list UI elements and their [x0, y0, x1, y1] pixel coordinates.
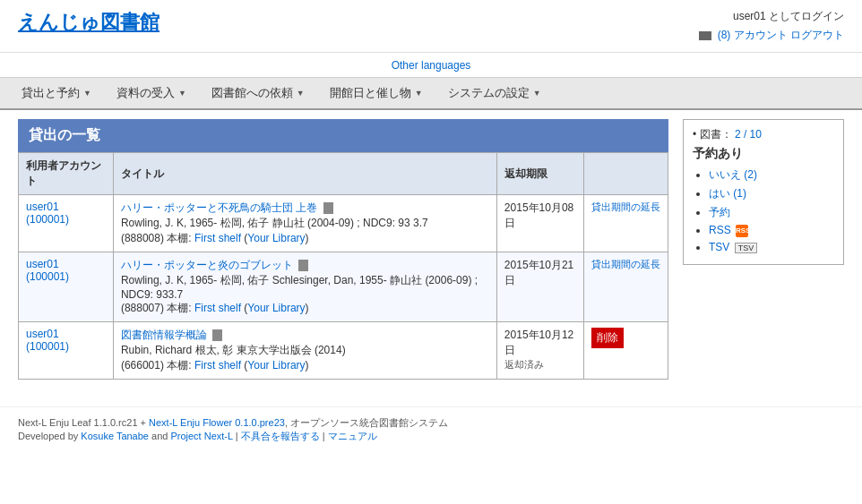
user-id-link-3[interactable]: (100001) [26, 340, 69, 353]
col-header-action [583, 153, 668, 195]
item-id-3: (666001) [121, 359, 164, 372]
nav-item-loans[interactable]: 貸出と予約 ▼ [9, 78, 104, 108]
cell-title-3: 図書館情報学概論 Rubin, Richard 根太, 彰 東京大学出版会 (2… [113, 322, 496, 380]
footer-link5[interactable]: マニュアル [328, 431, 377, 441]
logout-link[interactable]: ログアウト [790, 29, 844, 41]
page-header: えんじゅ図書館 user01 としてログイン (8) アカウント ログアウト [0, 0, 862, 53]
sidebar-title: 予約あり [693, 146, 834, 162]
user-id-link-2[interactable]: (100001) [26, 270, 69, 283]
title-link-1[interactable]: ハリー・ポッターと不死鳥の騎士団 上巻 [121, 201, 317, 214]
sidebar-item-yes[interactable]: はい (1) [709, 187, 746, 200]
other-languages-bar: Other languages [0, 58, 862, 72]
col-header-user: 利用者アカウント [19, 153, 114, 195]
library-link-2[interactable]: Your Library [247, 302, 305, 314]
cell-title-2: ハリー・ポッターと炎のゴブレット Rowling, J. K, 1965- 松岡… [113, 252, 496, 322]
user-link-1[interactable]: user01 [26, 201, 59, 213]
cell-due-3: 2015年10月12日 返却済み [496, 322, 583, 380]
list-item: いいえ (2) [709, 167, 834, 183]
due-date-2: 2015年10月21日 [504, 259, 573, 286]
main-area: 貸出の一覧 利用者アカウント タイトル 返却期限 user01 (100001) [0, 110, 862, 389]
footer-developed-by: Developed by [18, 431, 81, 441]
shelf-link-3[interactable]: First shelf [194, 359, 241, 372]
cell-user-1: user01 (100001) [19, 195, 114, 252]
footer: Next-L Enju Leaf 1.1.0.rc21 + Next-L Enj… [0, 406, 862, 452]
extend-button-2[interactable]: 貸出期間の延長 [591, 259, 660, 269]
nav-loans-label: 貸出と予約 [22, 85, 80, 101]
list-item: 予約 [709, 205, 834, 220]
footer-line2: Developed by Kosuke Tanabe and Project N… [18, 430, 844, 443]
nav-settings-arrow: ▼ [533, 89, 541, 98]
login-info: user01 としてログイン [699, 9, 844, 24]
library-link-1[interactable]: Your Library [247, 232, 305, 244]
book-icon-2 [298, 260, 308, 271]
list-item: はい (1) [709, 186, 834, 201]
shelf-link-1[interactable]: First shelf [194, 232, 241, 244]
inbox-link[interactable]: (8) [718, 29, 731, 41]
nav-acquisition-arrow: ▼ [178, 89, 186, 98]
sidebar-item-no[interactable]: いいえ (2) [709, 168, 757, 181]
list-item: RSS RSS [709, 224, 834, 237]
item-id-2: (888007) [121, 302, 164, 314]
book-count-value[interactable]: 2 / 10 [735, 128, 762, 141]
title-detail-2: Rowling, J. K, 1965- 松岡, 佑子 Schlesinger,… [121, 274, 478, 301]
nav-calendar-arrow: ▼ [415, 89, 423, 98]
navigation-bar: 貸出と予約 ▼ 資料の受入 ▼ 図書館への依頼 ▼ 開館日と催し物 ▼ システム… [0, 77, 862, 110]
title-link-2[interactable]: ハリー・ポッターと炎のゴブレット [121, 259, 293, 271]
cell-user-3: user01 (100001) [19, 322, 114, 380]
nav-acquisition-label: 資料の受入 [116, 85, 175, 101]
book-count-label: 図書： [700, 128, 732, 141]
cell-due-1: 2015年10月08日 [496, 195, 583, 252]
tsv-icon: TSV [735, 243, 758, 253]
book-count: • 図書： 2 / 10 [693, 127, 834, 142]
account-link[interactable]: アカウント [734, 29, 788, 41]
due-date-1: 2015年10月08日 [504, 201, 573, 229]
site-title[interactable]: えんじゅ図書館 [18, 9, 159, 36]
footer-link1[interactable]: Next-L Enju Flower 0.1.0.pre23 [149, 417, 285, 428]
table-row: user01 (100001) ハリー・ポッターと炎のゴブレット Rowling… [19, 252, 668, 322]
cell-due-2: 2015年10月21日 [496, 252, 583, 322]
shelf-link-2[interactable]: First shelf [194, 302, 241, 314]
nav-item-acquisition[interactable]: 資料の受入 ▼ [104, 78, 199, 108]
other-languages-link[interactable]: Other languages [392, 59, 471, 72]
list-item: TSV TSV [709, 241, 834, 253]
col-header-title: タイトル [113, 153, 496, 195]
rss-icon: RSS [736, 225, 748, 237]
user-id-link-1[interactable]: (100001) [26, 213, 69, 226]
footer-text-pre1: Next-L Enju Leaf 1.1.0.rc21 + [18, 417, 149, 428]
cell-user-2: user01 (100001) [19, 252, 114, 322]
content-area: 貸出の一覧 利用者アカウント タイトル 返却期限 user01 (100001) [18, 119, 668, 380]
footer-and: and [149, 431, 170, 441]
footer-link4[interactable]: 不具合を報告する [241, 431, 320, 441]
footer-link2[interactable]: Kosuke Tanabe [81, 431, 149, 441]
extend-button-1[interactable]: 貸出期間の延長 [591, 201, 660, 212]
nav-item-settings[interactable]: システムの設定 ▼ [435, 78, 554, 108]
sidebar-item-rss[interactable]: RSS [709, 224, 731, 236]
cell-action-3: 削除 [583, 322, 668, 380]
cell-action-2: 貸出期間の延長 [583, 252, 668, 322]
title-detail-3: Rubin, Richard 根太, 彰 東京大学出版会 (2014) [121, 344, 346, 356]
sidebar-list: いいえ (2) はい (1) 予約 RSS RSS TSV TSV [693, 167, 834, 253]
nav-calendar-label: 開館日と催し物 [330, 85, 411, 101]
title-link-3[interactable]: 図書館情報学概論 [121, 329, 207, 341]
sidebar: • 図書： 2 / 10 予約あり いいえ (2) はい (1) 予約 RSS … [683, 119, 844, 380]
title-detail-1: Rowling, J. K, 1965- 松岡, 佑子 静山社 (2004-09… [121, 217, 428, 229]
library-link-3[interactable]: Your Library [247, 359, 305, 372]
nav-settings-label: システムの設定 [448, 85, 530, 101]
nav-item-calendar[interactable]: 開館日と催し物 ▼ [317, 78, 435, 108]
footer-sep2: | [320, 431, 328, 441]
col-header-due: 返却期限 [496, 153, 583, 195]
user-link-3[interactable]: user01 [26, 328, 59, 340]
sidebar-item-tsv[interactable]: TSV [709, 241, 729, 253]
table-row: user01 (100001) 図書館情報学概論 Rubin, Richard … [19, 322, 668, 380]
page-title: 貸出の一覧 [18, 119, 668, 152]
footer-line1: Next-L Enju Leaf 1.1.0.rc21 + Next-L Enj… [18, 416, 844, 430]
delete-button-3[interactable]: 削除 [591, 328, 624, 348]
nav-item-request[interactable]: 図書館への依頼 ▼ [199, 78, 317, 108]
cell-action-1: 貸出期間の延長 [583, 195, 668, 252]
mail-icon [699, 31, 711, 40]
footer-link3[interactable]: Project Next-L [170, 431, 232, 441]
user-link-2[interactable]: user01 [26, 258, 59, 270]
account-links: (8) アカウント ログアウト [699, 28, 844, 43]
sidebar-item-reservation[interactable]: 予約 [709, 206, 730, 218]
item-id-1: (888008) [121, 232, 164, 244]
